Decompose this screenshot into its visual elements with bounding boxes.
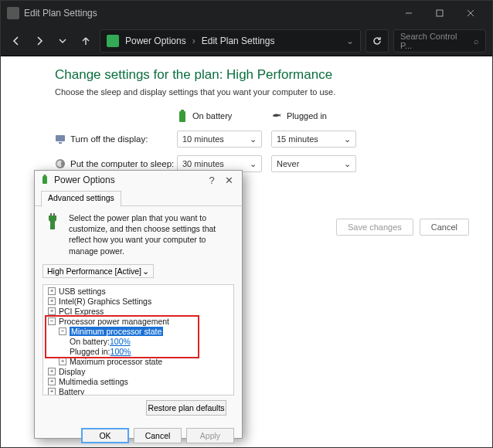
titlebar: Edit Plan Settings — [1, 1, 492, 25]
forward-button[interactable] — [30, 32, 49, 50]
battery-icon — [177, 109, 188, 123]
svg-rect-1 — [437, 10, 443, 16]
plug-icon — [271, 109, 282, 123]
tree-intel-graphics[interactable]: +Intel(R) Graphics Settings — [43, 297, 233, 307]
svg-rect-12 — [53, 213, 55, 216]
restore-defaults-button[interactable]: Restore plan defaults — [146, 400, 226, 416]
dialog-titlebar: Power Options ? ✕ — [35, 171, 242, 189]
up-button[interactable] — [76, 32, 95, 50]
label-sleep: Put the computer to sleep: — [70, 159, 174, 168]
col-plugged-in: Plugged in — [287, 111, 327, 120]
tree-usb[interactable]: +USB settings — [43, 287, 233, 297]
monitor-icon — [55, 134, 66, 144]
tree-battery[interactable]: +Battery — [43, 387, 233, 395]
svg-rect-9 — [42, 176, 47, 184]
min-plugged-value[interactable]: 100% — [110, 347, 131, 356]
navbar: Power Options › Edit Plan Settings ⌄ Sea… — [1, 25, 492, 56]
dialog-close-button[interactable]: ✕ — [220, 175, 237, 186]
tree-max-processor-state[interactable]: +Maximum processor state — [43, 357, 233, 367]
power-icon — [39, 175, 50, 185]
power-plan-dropdown[interactable]: High Performance [Active]⌄ — [42, 264, 154, 278]
breadcrumb-sep-icon: › — [192, 36, 196, 46]
chevron-down-icon[interactable]: ⌄ — [346, 36, 354, 46]
action-bar: Save changes Cancel — [336, 219, 469, 236]
cancel-button[interactable]: Cancel — [420, 219, 469, 236]
sleep-icon — [55, 158, 66, 169]
column-headers: On battery Plugged in — [55, 109, 469, 123]
page-subtext: Choose the sleep and display settings th… — [55, 87, 469, 97]
dialog-desc: Select the power plan that you want to c… — [69, 212, 234, 256]
svg-rect-6 — [56, 135, 65, 141]
expand-icon[interactable]: + — [48, 287, 56, 295]
col-on-battery: On battery — [192, 111, 232, 120]
display-plugged-dropdown[interactable]: 15 minutes⌄ — [271, 131, 356, 148]
tree-display[interactable]: +Display — [43, 367, 233, 377]
save-changes-button[interactable]: Save changes — [336, 219, 413, 236]
expand-icon[interactable]: + — [48, 388, 56, 395]
refresh-button[interactable] — [366, 29, 389, 53]
svg-rect-7 — [59, 142, 62, 144]
expand-icon[interactable]: + — [48, 307, 56, 315]
svg-rect-5 — [181, 110, 184, 111]
tab-advanced-settings[interactable]: Advanced settings — [41, 191, 121, 207]
breadcrumb-edit-plan[interactable]: Edit Plan Settings — [202, 36, 275, 46]
app-icon — [7, 7, 19, 19]
min-battery-value[interactable]: 100% — [110, 337, 131, 346]
tree-multimedia[interactable]: +Multimedia settings — [43, 377, 233, 387]
recent-button[interactable] — [53, 32, 72, 50]
apply-button[interactable]: Apply — [186, 428, 234, 443]
expand-icon[interactable]: + — [48, 378, 56, 385]
page-heading: Change settings for the plan: High Perfo… — [55, 67, 469, 83]
address-bar[interactable]: Power Options › Edit Plan Settings ⌄ — [100, 29, 361, 53]
svg-rect-10 — [44, 175, 46, 176]
ok-button[interactable]: OK — [81, 428, 129, 443]
close-button[interactable] — [455, 2, 486, 24]
tree-min-processor-state[interactable]: −Minimum processor state — [43, 327, 233, 337]
tree-min-plugged-in[interactable]: Plugged in: 100% — [43, 347, 233, 357]
search-placeholder: Search Control P... — [400, 32, 469, 50]
tree-pci-express[interactable]: +PCI Express — [43, 307, 233, 317]
row-display: Turn off the display: 10 minutes⌄ 15 min… — [55, 131, 469, 148]
window-title: Edit Plan Settings — [24, 8, 97, 19]
tree-min-on-battery[interactable]: On battery: 100% — [43, 337, 233, 347]
expand-icon[interactable]: + — [48, 297, 56, 305]
maximize-button[interactable] — [424, 2, 455, 24]
chevron-down-icon: ⌄ — [142, 266, 149, 276]
dialog-title: Power Options — [54, 175, 115, 185]
edit-plan-window: Edit Plan Settings Power Options › Edit … — [0, 0, 493, 448]
search-icon: ⌕ — [474, 36, 479, 46]
chevron-down-icon: ⌄ — [344, 134, 351, 144]
power-icon — [107, 35, 119, 47]
dialog-body: Select the power plan that you want to c… — [35, 206, 242, 423]
expand-icon[interactable]: + — [48, 368, 56, 375]
search-input[interactable]: Search Control P... ⌕ — [393, 29, 486, 53]
display-battery-dropdown[interactable]: 10 minutes⌄ — [177, 131, 262, 148]
dialog-tabs: Advanced settings — [35, 189, 242, 206]
dialog-buttons: OK Cancel Apply — [35, 423, 242, 448]
power-options-dialog: Power Options ? ✕ Advanced settings Sele… — [34, 170, 243, 439]
chevron-down-icon: ⌄ — [250, 159, 257, 169]
breadcrumb-power-options[interactable]: Power Options — [125, 36, 186, 46]
chevron-down-icon: ⌄ — [250, 134, 257, 144]
tree-processor-power[interactable]: −Processor power management — [43, 317, 233, 327]
svg-rect-4 — [179, 111, 185, 122]
help-button[interactable]: ? — [203, 175, 220, 186]
settings-tree[interactable]: +USB settings +Intel(R) Graphics Setting… — [42, 284, 234, 395]
label-display: Turn off the display: — [70, 134, 148, 144]
minimize-button[interactable] — [393, 2, 424, 24]
power-plan-icon — [42, 212, 63, 232]
dialog-cancel-button[interactable]: Cancel — [134, 428, 182, 443]
collapse-icon[interactable]: − — [48, 317, 56, 325]
svg-rect-11 — [50, 213, 52, 216]
expand-icon[interactable]: + — [59, 358, 66, 365]
collapse-icon[interactable]: − — [59, 328, 66, 335]
chevron-down-icon: ⌄ — [344, 159, 351, 169]
sleep-plugged-dropdown[interactable]: Never⌄ — [271, 155, 356, 172]
back-button[interactable] — [7, 32, 26, 50]
